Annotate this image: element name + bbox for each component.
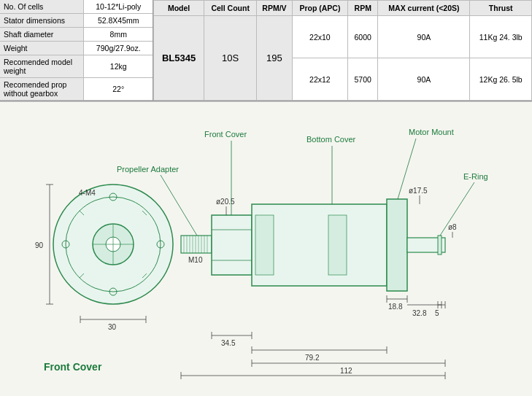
- spec-row: Shaft diameter 8mm: [0, 28, 153, 42]
- perf-rpm: 5700: [347, 58, 378, 101]
- label-d8: ø8: [448, 223, 457, 231]
- label-112: 112: [340, 367, 352, 375]
- label-32-8: 32.8: [412, 309, 427, 317]
- svg-rect-39: [328, 215, 347, 275]
- svg-rect-21: [181, 236, 212, 253]
- spec-label: No. Of cells: [0, 0, 84, 14]
- label-d20-5: ø20.5: [216, 198, 235, 206]
- spec-label: Weight: [0, 42, 84, 55]
- perf-header: Thrust: [470, 1, 532, 16]
- svg-rect-38: [255, 215, 274, 275]
- perf-rpm-v: 195: [257, 16, 293, 101]
- spec-value: 790g/27.9oz.: [84, 42, 153, 55]
- spec-row: Stator dimensions 52.8X45mm: [0, 14, 153, 28]
- label-e-ring: E-Ring: [463, 172, 488, 181]
- spec-row: Recomended prop without gearbox 22°: [0, 78, 153, 101]
- spec-value: 52.8X45mm: [84, 14, 153, 28]
- perf-header: RPM/V: [257, 1, 293, 16]
- perf-header: MAX current (<20S): [378, 1, 470, 16]
- perf-rpm: 6000: [347, 16, 378, 58]
- perf-header: Model: [154, 1, 204, 16]
- label-bottom-cover: Bottom Cover: [307, 135, 356, 144]
- spec-row: Weight 790g/27.9oz.: [0, 42, 153, 55]
- diagram-section: 4-M4 90 30 M10: [0, 102, 532, 379]
- spec-row: No. Of cells 10-12*Li-poly: [0, 0, 153, 14]
- label-34-5: 34.5: [221, 339, 236, 347]
- perf-header: Cell Count: [204, 1, 257, 16]
- spec-row: Recomended model weight 12kg: [0, 55, 153, 78]
- perf-cell-count: 10S: [204, 16, 257, 101]
- label-18-8: 18.8: [388, 303, 403, 311]
- main-container: No. Of cells 10-12*Li-poly Stator dimens…: [0, 0, 532, 379]
- perf-header: Prop (APC): [292, 1, 347, 16]
- perf-model: BL5345: [154, 16, 204, 101]
- label-90: 90: [35, 241, 44, 249]
- spec-label: Stator dimensions: [0, 14, 84, 28]
- spec-label: Recomended model weight: [0, 55, 84, 78]
- perf-max-current: 90A: [378, 16, 470, 58]
- svg-rect-35: [438, 236, 442, 255]
- label-motor-mount: Motor Mount: [409, 128, 454, 136]
- spec-value: 12kg: [84, 55, 153, 78]
- perf-prop: 22x12: [292, 58, 347, 101]
- specs-table: No. Of cells 10-12*Li-poly Stator dimens…: [0, 0, 153, 101]
- svg-rect-31: [212, 215, 252, 275]
- spec-value: 8mm: [84, 28, 153, 42]
- perf-row: BL534510S19522x10600090A11Kg 24. 3lb: [154, 16, 532, 58]
- label-front-cover-bottom: Front Cover: [44, 361, 102, 373]
- spec-value: 22°: [84, 78, 153, 101]
- perf-prop: 22x10: [292, 16, 347, 58]
- label-79-2: 79.2: [305, 354, 320, 362]
- label-5: 5: [435, 309, 439, 317]
- label-front-cover-top: Front Cover: [204, 130, 247, 139]
- label-d17-5: ø17.5: [409, 187, 428, 195]
- spec-label: Recomended prop without gearbox: [0, 78, 84, 101]
- svg-rect-33: [387, 199, 407, 291]
- perf-max-current: 90A: [378, 58, 470, 101]
- spec-label: Shaft diameter: [0, 28, 84, 42]
- performance-table: ModelCell CountRPM/VProp (APC)RPMMAX cur…: [153, 0, 532, 101]
- top-section: No. Of cells 10-12*Li-poly Stator dimens…: [0, 0, 532, 102]
- label-m10: M10: [188, 256, 203, 264]
- label-4m4: 4-M4: [79, 189, 96, 197]
- label-30: 30: [108, 323, 117, 331]
- perf-header: RPM: [347, 1, 378, 16]
- perf-thrust: 12Kg 26. 5lb: [470, 58, 532, 101]
- spec-value: 10-12*Li-poly: [84, 0, 153, 14]
- perf-thrust: 11Kg 24. 3lb: [470, 16, 532, 58]
- label-propeller-adapter: Propeller Adapter: [117, 165, 179, 174]
